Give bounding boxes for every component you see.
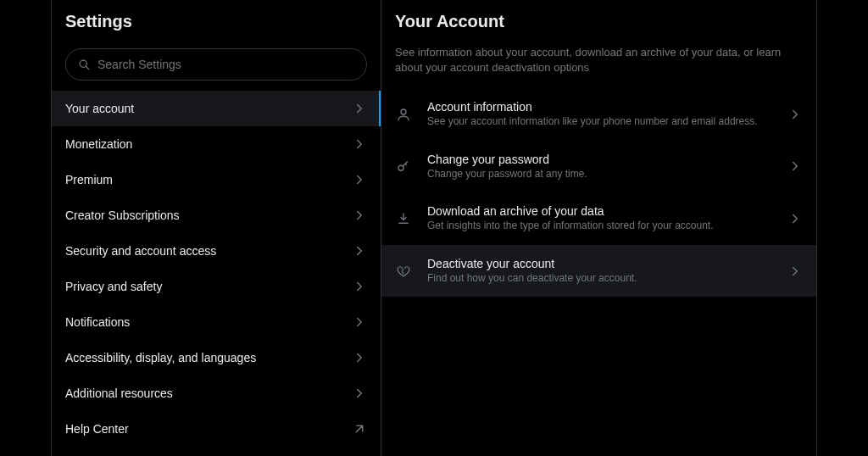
detail-title: Your Account — [395, 12, 803, 31]
nav-item-privacy-and-safety[interactable]: Privacy and safety — [52, 269, 381, 304]
option-title: Deactivate your account — [427, 257, 772, 270]
svg-point-2 — [401, 109, 406, 114]
nav-item-creator-subscriptions[interactable]: Creator Subscriptions — [52, 197, 381, 233]
option-title: Account information — [427, 100, 772, 114]
option-download-archive[interactable]: Download an archive of your data Get ins… — [381, 192, 816, 245]
detail-panel: Your Account See information about your … — [381, 0, 817, 456]
right-margin — [817, 0, 868, 456]
nav-item-additional-resources[interactable]: Additional resources — [52, 375, 381, 411]
chevron-right-icon — [787, 107, 803, 122]
detail-subtitle: See information about your account, down… — [381, 38, 816, 88]
nav-item-premium[interactable]: Premium — [52, 162, 381, 197]
nav-item-monetization[interactable]: Monetization — [52, 126, 381, 162]
option-desc: See your account information like your p… — [427, 115, 772, 129]
nav-item-security-and-account-access[interactable]: Security and account access — [52, 233, 381, 269]
nav-item-label: Additional resources — [65, 386, 173, 400]
option-text: Download an archive of your data Get ins… — [427, 204, 772, 233]
chevron-right-icon — [787, 211, 803, 226]
search-box[interactable] — [65, 48, 367, 81]
user-icon — [395, 107, 412, 122]
left-margin — [0, 0, 51, 456]
chevron-right-icon — [352, 243, 367, 259]
chevron-right-icon — [352, 172, 367, 187]
settings-nav-list: Your account Monetization Premium Creato… — [52, 91, 381, 447]
external-link-icon — [352, 421, 367, 437]
option-change-password[interactable]: Change your password Change your passwor… — [381, 141, 816, 193]
option-text: Change your password Change your passwor… — [427, 153, 772, 181]
chevron-right-icon — [352, 314, 367, 330]
option-list: Account information See your account inf… — [381, 88, 816, 297]
option-desc: Get insights into the type of informatio… — [427, 220, 772, 233]
option-account-information[interactable]: Account information See your account inf… — [381, 88, 816, 141]
nav-item-label: Privacy and safety — [65, 280, 162, 293]
option-text: Deactivate your account Find out how you… — [427, 257, 772, 286]
nav-item-label: Creator Subscriptions — [65, 209, 180, 222]
nav-item-label: Premium — [65, 173, 113, 186]
nav-item-label: Security and account access — [65, 244, 216, 258]
nav-item-your-account[interactable]: Your account — [52, 91, 381, 126]
settings-panel: Settings Your account Monetization Premi… — [51, 0, 381, 456]
chevron-right-icon — [352, 279, 367, 294]
search-wrap — [52, 43, 381, 91]
option-title: Change your password — [427, 153, 772, 166]
nav-item-label: Your account — [65, 102, 134, 115]
chevron-right-icon — [352, 101, 367, 116]
option-desc: Change your password at any time. — [427, 168, 772, 181]
nav-item-help-center[interactable]: Help Center — [52, 411, 381, 447]
search-icon — [78, 58, 91, 71]
option-deactivate-account[interactable]: Deactivate your account Find out how you… — [381, 245, 816, 298]
chevron-right-icon — [352, 136, 367, 152]
svg-line-1 — [86, 66, 88, 69]
option-text: Account information See your account inf… — [427, 100, 772, 129]
chevron-right-icon — [352, 386, 367, 401]
chevron-right-icon — [787, 264, 803, 279]
option-desc: Find out how you can deactivate your acc… — [427, 272, 772, 286]
detail-header: Your Account — [381, 0, 816, 38]
nav-item-label: Accessibility, display, and languages — [65, 351, 256, 364]
nav-item-label: Notifications — [65, 315, 130, 329]
heartbreak-icon — [395, 264, 412, 279]
chevron-right-icon — [352, 208, 367, 223]
chevron-right-icon — [352, 350, 367, 365]
settings-title: Settings — [65, 12, 367, 31]
nav-item-label: Help Center — [65, 422, 129, 436]
chevron-right-icon — [787, 158, 803, 174]
nav-item-label: Monetization — [65, 137, 132, 151]
option-title: Download an archive of your data — [427, 204, 772, 218]
nav-item-accessibility-display-languages[interactable]: Accessibility, display, and languages — [52, 340, 381, 375]
nav-item-notifications[interactable]: Notifications — [52, 304, 381, 340]
search-input[interactable] — [97, 58, 354, 71]
download-icon — [395, 211, 412, 226]
key-icon — [395, 158, 412, 174]
settings-header: Settings — [52, 0, 381, 43]
